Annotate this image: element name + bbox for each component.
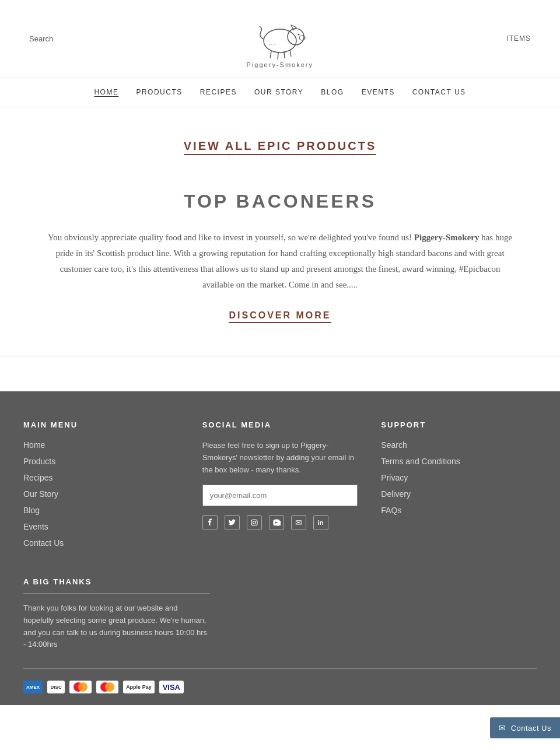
social-title: SOCIAL MEDIA (202, 420, 358, 429)
footer: MAIN MENU Home Products Recipes Our Stor… (0, 391, 560, 705)
list-item: Our Story (23, 489, 179, 499)
visa-icon: VISA (159, 681, 184, 693)
nav-products[interactable]: PRODUCTS (136, 88, 182, 96)
nav-contact-us[interactable]: CONTACT US (412, 88, 466, 96)
nav-our-story[interactable]: OUR STORY (254, 88, 303, 96)
svg-point-13 (78, 682, 88, 692)
support-list: Search Terms and Conditions Privacy Deli… (381, 440, 537, 516)
social-icons-row: ✉ in (202, 515, 358, 530)
twitter-icon[interactable] (225, 515, 240, 530)
list-item: Search (381, 440, 537, 450)
content-divider (0, 356, 560, 356)
footer-link-home[interactable]: Home (23, 440, 45, 450)
header-logo: ~~ ~~ Piggery-Smokery (247, 9, 313, 68)
section-body: You obviously appreciate quality food an… (47, 230, 513, 293)
footer-link-events[interactable]: Events (23, 522, 48, 531)
svg-point-0 (264, 29, 296, 52)
footer-social: SOCIAL MEDIA Please feel free to sign up… (202, 420, 358, 554)
svg-point-7 (298, 34, 299, 36)
mastercard2-icon (96, 681, 118, 693)
big-thanks-section: A BIG THANKS Thank you folks for looking… (23, 577, 210, 651)
big-thanks-text: Thank you folks for looking at our websi… (23, 602, 210, 651)
footer-link-products[interactable]: Products (23, 457, 55, 466)
big-thanks-divider (23, 593, 210, 594)
footer-terms-link[interactable]: Terms and Conditions (381, 457, 460, 466)
footer-link-blog[interactable]: Blog (23, 506, 40, 515)
list-item: Home (23, 440, 179, 450)
nav-home[interactable]: HOME (94, 88, 118, 96)
view-all-link[interactable]: VIEW ALL EPIC PRODUCTS (184, 139, 376, 155)
list-item: Contact Us (23, 538, 179, 548)
svg-rect-9 (251, 520, 257, 525)
list-item: Events (23, 521, 179, 532)
svg-point-10 (253, 521, 256, 524)
svg-text:~~ ~~: ~~ ~~ (268, 42, 278, 46)
footer-link-our-story[interactable]: Our Story (23, 489, 58, 499)
svg-point-11 (256, 521, 256, 521)
footer-support: SUPPORT Search Terms and Conditions Priv… (381, 420, 537, 554)
big-thanks-title: A BIG THANKS (23, 577, 210, 586)
payment-icons: AMEX DISC Apple Pay VISA (23, 681, 184, 693)
header-cart[interactable]: ITEMS (506, 34, 531, 43)
instagram-icon[interactable] (247, 515, 262, 530)
list-item: Products (23, 456, 179, 467)
apple-pay-icon: Apple Pay (123, 681, 155, 693)
footer-link-recipes[interactable]: Recipes (23, 473, 53, 482)
nav-events[interactable]: EVENTS (362, 88, 395, 96)
footer-bottom-bar: AMEX DISC Apple Pay VISA (23, 668, 537, 693)
svg-line-3 (270, 51, 271, 58)
linkedin-icon[interactable]: in (313, 515, 328, 530)
hero-section: VIEW ALL EPIC PRODUCTS (0, 107, 560, 173)
youtube-icon[interactable] (269, 515, 284, 530)
footer-link-contact[interactable]: Contact Us (23, 538, 64, 548)
footer-main-menu: MAIN MENU Home Products Recipes Our Stor… (23, 420, 179, 554)
list-item: Recipes (23, 472, 179, 483)
svg-line-5 (284, 51, 285, 58)
main-nav: HOME PRODUCTS RECIPES OUR STORY BLOG EVE… (0, 78, 560, 107)
footer-faqs-link[interactable]: FAQs (381, 506, 401, 515)
list-item: Privacy (381, 472, 537, 483)
nav-blog[interactable]: BLOG (321, 88, 344, 96)
list-item: FAQs (381, 505, 537, 516)
main-menu-list: Home Products Recipes Our Story Blog Eve… (23, 440, 179, 548)
svg-line-6 (290, 50, 291, 57)
discover-icon: DISC (47, 681, 65, 693)
email-icon[interactable]: ✉ (291, 515, 306, 530)
footer-privacy-link[interactable]: Privacy (381, 473, 408, 482)
footer-search-link[interactable]: Search (381, 440, 407, 450)
amex-icon: AMEX (23, 681, 43, 693)
social-description: Please feel free to sign up to Piggery-S… (202, 440, 358, 476)
list-item: Delivery (381, 489, 537, 499)
mastercard-icon (69, 681, 92, 693)
svg-line-4 (278, 52, 278, 59)
discover-link[interactable]: DISCOVER MORE (229, 310, 331, 323)
facebook-icon[interactable] (202, 515, 218, 530)
nav-recipes[interactable]: RECIPES (200, 88, 237, 96)
newsletter-email-input[interactable] (202, 485, 358, 506)
brand-name: Piggery-Smokery (414, 233, 480, 242)
logo-text: Piggery-Smokery (247, 61, 313, 68)
header: Search (0, 0, 560, 78)
svg-point-15 (105, 682, 114, 692)
footer-delivery-link[interactable]: Delivery (381, 489, 411, 499)
support-title: SUPPORT (381, 420, 537, 429)
list-item: Blog (23, 505, 179, 516)
list-item: Terms and Conditions (381, 456, 537, 467)
header-search[interactable]: Search (29, 34, 53, 43)
main-content: TOP BACONEERS You obviously appreciate q… (0, 173, 560, 356)
main-menu-title: MAIN MENU (23, 420, 179, 429)
section-title: TOP BACONEERS (47, 191, 513, 212)
section-text-1: You obviously appreciate quality food an… (48, 233, 412, 242)
